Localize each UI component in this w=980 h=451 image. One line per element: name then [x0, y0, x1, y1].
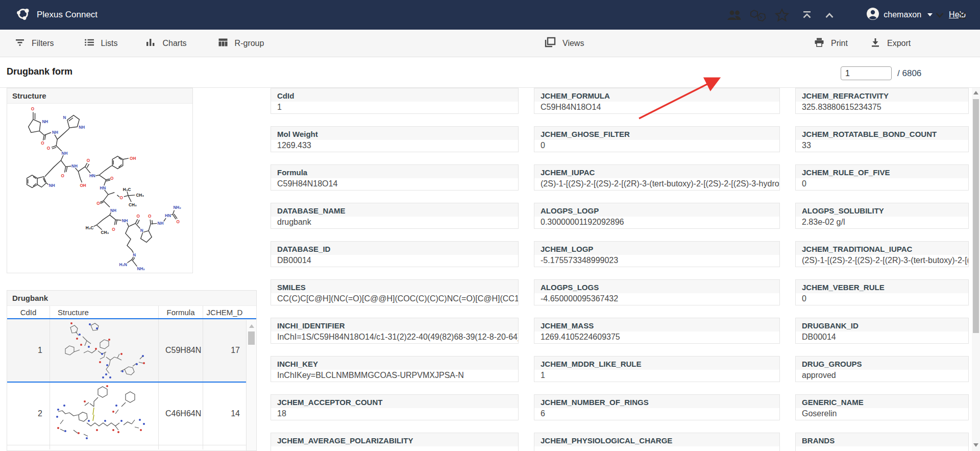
field-value[interactable]: InChIKey=BLCLNMBMMGCOAS-URPVMXJPSA-N: [271, 370, 518, 382]
field-card: JCHEM_NUMBER_OF_RINGS 6: [534, 394, 780, 420]
table-scrollbar-thumb[interactable]: [248, 331, 255, 345]
field-value[interactable]: [534, 446, 779, 451]
menu-charts[interactable]: Charts: [145, 30, 186, 57]
export-download-icon: [870, 37, 881, 50]
field-value[interactable]: CC(C)C[C@H](NC(=O)[C@@H](COC(C)(C)C)NC(=…: [271, 293, 518, 305]
svg-text:NH: NH: [110, 208, 116, 213]
table-row-selected[interactable]: 1: [7, 319, 256, 383]
scroll-down-icon[interactable]: [973, 443, 978, 447]
cell-cdid: 1: [7, 319, 50, 382]
field-value[interactable]: -4.650000095367432: [534, 293, 779, 305]
svg-text:O: O: [96, 201, 100, 206]
field-card: GENERIC_NAME Goserelin: [795, 394, 969, 420]
field-value[interactable]: -5.175573348999023: [534, 255, 779, 267]
svg-text:O: O: [148, 214, 152, 219]
hexagons-overlap-icon[interactable]: [749, 9, 768, 23]
menu-filters[interactable]: Filters: [14, 30, 54, 57]
svg-text:OH: OH: [80, 183, 86, 188]
print-button[interactable]: Print: [814, 30, 848, 57]
last-record-icon[interactable]: [957, 10, 968, 20]
table-scrollbar[interactable]: [246, 320, 256, 451]
rgroup-grid-icon: [217, 37, 229, 50]
column-header-structure[interactable]: Structure: [50, 306, 159, 318]
field-card: JCHEM_REFRACTIVITY 325.83880615234375: [795, 88, 969, 114]
menu-views[interactable]: Views: [544, 30, 584, 57]
field-label: JCHEM_RULE_OF_FIVE: [796, 165, 968, 178]
field-label: JCHEM_GHOSE_FILTER: [534, 127, 779, 140]
column-header-cdid[interactable]: CdId: [7, 306, 50, 318]
page-scrollbar-thumb[interactable]: [973, 99, 979, 333]
field-value[interactable]: 33: [796, 140, 968, 152]
field-card: INCHI_KEY InChIKey=BLCLNMBMMGCOAS-URPVMX…: [271, 356, 519, 382]
field-label: JCHEM_MDDR_LIKE_RULE: [534, 357, 779, 370]
table-scroll-up-icon[interactable]: [249, 324, 254, 328]
table-row[interactable]: 2: [7, 383, 256, 445]
svg-text:N: N: [63, 115, 66, 120]
first-record-icon[interactable]: [801, 10, 813, 20]
field-value[interactable]: [271, 446, 518, 451]
record-number-input[interactable]: [841, 66, 892, 80]
menu-lists[interactable]: Lists: [84, 30, 118, 57]
field-value[interactable]: C59H84N18O14: [534, 102, 779, 114]
prev-record-icon[interactable]: [824, 11, 835, 19]
form-title: Drugbank form: [7, 66, 72, 77]
field-value[interactable]: approved: [796, 370, 968, 382]
field-card: JCHEM_AVERAGE_POLARIZABILITY: [271, 433, 519, 451]
field-value[interactable]: 1: [534, 370, 779, 382]
svg-text:HN: HN: [100, 186, 106, 191]
column-header-jchem[interactable]: JCHEM_D: [203, 306, 246, 318]
plexus-connect-app: Plexus Connect chemaxon Help: [0, 0, 980, 451]
filter-icon: [14, 37, 26, 50]
svg-text:O: O: [87, 158, 90, 163]
field-value[interactable]: drugbank: [271, 217, 518, 229]
svg-text:NH: NH: [52, 130, 58, 135]
scroll-up-icon[interactable]: [973, 91, 978, 94]
form-header: Drugbank form: [0, 57, 980, 88]
field-label: Formula: [271, 165, 518, 178]
table-header-row: CdId Structure Formula JCHEM_D: [7, 306, 256, 319]
svg-text:NH: NH: [79, 125, 85, 130]
field-value[interactable]: (2S)-1-[(2S)-2-[(2S)-2-[(2R)-3-(tert-but…: [534, 178, 779, 191]
field-value[interactable]: 0.30000001192092896: [534, 217, 779, 229]
field-value[interactable]: 0: [796, 178, 968, 191]
svg-text:O: O: [61, 174, 64, 178]
field-label: DATABASE_ID: [271, 242, 518, 255]
fields-column-2: JCHEM_FORMULA C59H84N18O14 JCHEM_GHOSE_F…: [534, 88, 780, 451]
field-value[interactable]: 6: [534, 408, 779, 420]
field-value[interactable]: [796, 446, 968, 451]
field-value[interactable]: 325.83880615234375: [796, 102, 968, 114]
page-scrollbar[interactable]: [972, 88, 980, 451]
menu-rgroup[interactable]: R-group: [217, 30, 264, 57]
field-value[interactable]: DB00014: [796, 331, 968, 344]
next-record-icon[interactable]: [934, 11, 945, 19]
field-value[interactable]: 1269.433: [271, 140, 518, 152]
svg-text:OH: OH: [130, 156, 136, 161]
field-value[interactable]: 0: [796, 293, 968, 305]
field-value[interactable]: C59H84N18O14: [271, 178, 518, 191]
user-menu[interactable]: chemaxon: [866, 7, 933, 22]
svg-text:O: O: [41, 141, 44, 146]
field-value[interactable]: DB00014: [271, 255, 518, 267]
field-value[interactable]: 1: [271, 102, 518, 114]
svg-text:NH: NH: [71, 164, 78, 169]
field-value[interactable]: 18: [271, 408, 518, 420]
field-label: JCHEM_FORMULA: [534, 88, 779, 102]
field-value[interactable]: InChI=1S/C59H84N18O14/c1-31(2)22-40(49(8…: [271, 331, 518, 344]
field-value[interactable]: (2S)-1-[(2S)-2-[(2S)-2-[(2R)-3-(tert-but…: [796, 255, 968, 267]
export-button[interactable]: Export: [870, 30, 911, 57]
field-value[interactable]: 2.83e-02 g/l: [796, 217, 968, 229]
field-value[interactable]: 0: [534, 140, 779, 152]
svg-text:O: O: [31, 107, 35, 111]
field-value[interactable]: Goserelin: [796, 408, 968, 420]
people-icon[interactable]: [725, 9, 743, 21]
svg-text:NH: NH: [61, 151, 67, 156]
field-value[interactable]: 1269.4105224609375: [534, 331, 779, 344]
menu-charts-label: Charts: [162, 39, 186, 48]
svg-text:NH: NH: [158, 221, 164, 226]
star-icon[interactable]: [774, 8, 790, 22]
field-card: JCHEM_LOGP -5.175573348999023: [534, 241, 780, 267]
column-header-formula[interactable]: Formula: [159, 306, 203, 318]
field-card: DRUGBANK_ID DB00014: [795, 318, 969, 344]
field-label: ALOGPS_LOGP: [534, 203, 779, 217]
svg-text:O: O: [120, 196, 124, 200]
